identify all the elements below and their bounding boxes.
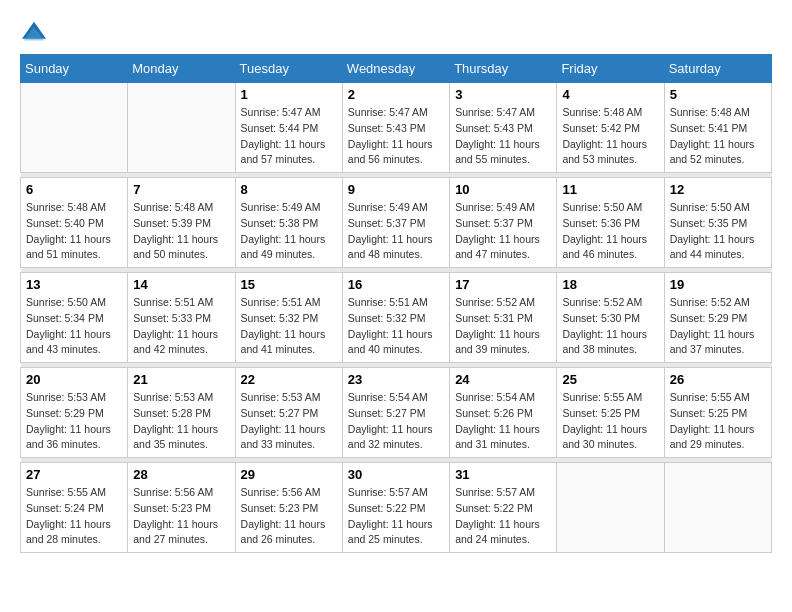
calendar-cell: 25Sunrise: 5:55 AMSunset: 5:25 PMDayligh… bbox=[557, 368, 664, 458]
day-info: Sunrise: 5:52 AMSunset: 5:31 PMDaylight:… bbox=[455, 295, 551, 358]
calendar-cell: 6Sunrise: 5:48 AMSunset: 5:40 PMDaylight… bbox=[21, 178, 128, 268]
calendar-cell: 23Sunrise: 5:54 AMSunset: 5:27 PMDayligh… bbox=[342, 368, 449, 458]
day-info: Sunrise: 5:47 AMSunset: 5:44 PMDaylight:… bbox=[241, 105, 337, 168]
calendar-cell: 28Sunrise: 5:56 AMSunset: 5:23 PMDayligh… bbox=[128, 463, 235, 553]
day-info: Sunrise: 5:57 AMSunset: 5:22 PMDaylight:… bbox=[455, 485, 551, 548]
calendar-cell: 26Sunrise: 5:55 AMSunset: 5:25 PMDayligh… bbox=[664, 368, 771, 458]
day-info: Sunrise: 5:47 AMSunset: 5:43 PMDaylight:… bbox=[348, 105, 444, 168]
day-number: 2 bbox=[348, 87, 444, 102]
calendar-week-row: 6Sunrise: 5:48 AMSunset: 5:40 PMDaylight… bbox=[21, 178, 772, 268]
day-number: 8 bbox=[241, 182, 337, 197]
calendar-cell: 17Sunrise: 5:52 AMSunset: 5:31 PMDayligh… bbox=[450, 273, 557, 363]
day-info: Sunrise: 5:48 AMSunset: 5:39 PMDaylight:… bbox=[133, 200, 229, 263]
day-info: Sunrise: 5:48 AMSunset: 5:41 PMDaylight:… bbox=[670, 105, 766, 168]
day-info: Sunrise: 5:50 AMSunset: 5:36 PMDaylight:… bbox=[562, 200, 658, 263]
calendar-cell: 2Sunrise: 5:47 AMSunset: 5:43 PMDaylight… bbox=[342, 83, 449, 173]
day-number: 17 bbox=[455, 277, 551, 292]
day-number: 30 bbox=[348, 467, 444, 482]
day-number: 5 bbox=[670, 87, 766, 102]
calendar-cell: 11Sunrise: 5:50 AMSunset: 5:36 PMDayligh… bbox=[557, 178, 664, 268]
day-info: Sunrise: 5:54 AMSunset: 5:26 PMDaylight:… bbox=[455, 390, 551, 453]
logo-icon bbox=[20, 20, 48, 44]
day-number: 24 bbox=[455, 372, 551, 387]
weekday-header-friday: Friday bbox=[557, 55, 664, 83]
day-info: Sunrise: 5:53 AMSunset: 5:29 PMDaylight:… bbox=[26, 390, 122, 453]
day-info: Sunrise: 5:53 AMSunset: 5:28 PMDaylight:… bbox=[133, 390, 229, 453]
day-number: 6 bbox=[26, 182, 122, 197]
day-info: Sunrise: 5:48 AMSunset: 5:40 PMDaylight:… bbox=[26, 200, 122, 263]
day-number: 13 bbox=[26, 277, 122, 292]
day-info: Sunrise: 5:51 AMSunset: 5:32 PMDaylight:… bbox=[241, 295, 337, 358]
day-number: 23 bbox=[348, 372, 444, 387]
day-info: Sunrise: 5:52 AMSunset: 5:29 PMDaylight:… bbox=[670, 295, 766, 358]
day-number: 12 bbox=[670, 182, 766, 197]
day-number: 22 bbox=[241, 372, 337, 387]
day-number: 9 bbox=[348, 182, 444, 197]
calendar-cell: 29Sunrise: 5:56 AMSunset: 5:23 PMDayligh… bbox=[235, 463, 342, 553]
weekday-header-sunday: Sunday bbox=[21, 55, 128, 83]
calendar-week-row: 13Sunrise: 5:50 AMSunset: 5:34 PMDayligh… bbox=[21, 273, 772, 363]
calendar-cell bbox=[664, 463, 771, 553]
day-info: Sunrise: 5:48 AMSunset: 5:42 PMDaylight:… bbox=[562, 105, 658, 168]
day-info: Sunrise: 5:57 AMSunset: 5:22 PMDaylight:… bbox=[348, 485, 444, 548]
day-info: Sunrise: 5:56 AMSunset: 5:23 PMDaylight:… bbox=[133, 485, 229, 548]
calendar-cell: 4Sunrise: 5:48 AMSunset: 5:42 PMDaylight… bbox=[557, 83, 664, 173]
calendar-table: SundayMondayTuesdayWednesdayThursdayFrid… bbox=[20, 54, 772, 553]
day-info: Sunrise: 5:49 AMSunset: 5:37 PMDaylight:… bbox=[348, 200, 444, 263]
day-info: Sunrise: 5:53 AMSunset: 5:27 PMDaylight:… bbox=[241, 390, 337, 453]
calendar-cell: 12Sunrise: 5:50 AMSunset: 5:35 PMDayligh… bbox=[664, 178, 771, 268]
weekday-header-tuesday: Tuesday bbox=[235, 55, 342, 83]
day-number: 11 bbox=[562, 182, 658, 197]
day-info: Sunrise: 5:51 AMSunset: 5:32 PMDaylight:… bbox=[348, 295, 444, 358]
calendar-week-row: 27Sunrise: 5:55 AMSunset: 5:24 PMDayligh… bbox=[21, 463, 772, 553]
day-number: 31 bbox=[455, 467, 551, 482]
calendar-cell: 8Sunrise: 5:49 AMSunset: 5:38 PMDaylight… bbox=[235, 178, 342, 268]
calendar-header-row: SundayMondayTuesdayWednesdayThursdayFrid… bbox=[21, 55, 772, 83]
calendar-cell: 7Sunrise: 5:48 AMSunset: 5:39 PMDaylight… bbox=[128, 178, 235, 268]
calendar-cell: 31Sunrise: 5:57 AMSunset: 5:22 PMDayligh… bbox=[450, 463, 557, 553]
calendar-cell: 27Sunrise: 5:55 AMSunset: 5:24 PMDayligh… bbox=[21, 463, 128, 553]
day-info: Sunrise: 5:55 AMSunset: 5:25 PMDaylight:… bbox=[670, 390, 766, 453]
calendar-week-row: 1Sunrise: 5:47 AMSunset: 5:44 PMDaylight… bbox=[21, 83, 772, 173]
calendar-cell: 24Sunrise: 5:54 AMSunset: 5:26 PMDayligh… bbox=[450, 368, 557, 458]
calendar-cell: 1Sunrise: 5:47 AMSunset: 5:44 PMDaylight… bbox=[235, 83, 342, 173]
calendar-cell: 10Sunrise: 5:49 AMSunset: 5:37 PMDayligh… bbox=[450, 178, 557, 268]
calendar-cell: 20Sunrise: 5:53 AMSunset: 5:29 PMDayligh… bbox=[21, 368, 128, 458]
day-number: 3 bbox=[455, 87, 551, 102]
day-info: Sunrise: 5:47 AMSunset: 5:43 PMDaylight:… bbox=[455, 105, 551, 168]
day-number: 7 bbox=[133, 182, 229, 197]
day-number: 1 bbox=[241, 87, 337, 102]
calendar-cell: 19Sunrise: 5:52 AMSunset: 5:29 PMDayligh… bbox=[664, 273, 771, 363]
calendar-cell: 9Sunrise: 5:49 AMSunset: 5:37 PMDaylight… bbox=[342, 178, 449, 268]
calendar-cell: 18Sunrise: 5:52 AMSunset: 5:30 PMDayligh… bbox=[557, 273, 664, 363]
weekday-header-wednesday: Wednesday bbox=[342, 55, 449, 83]
calendar-week-row: 20Sunrise: 5:53 AMSunset: 5:29 PMDayligh… bbox=[21, 368, 772, 458]
calendar-cell: 3Sunrise: 5:47 AMSunset: 5:43 PMDaylight… bbox=[450, 83, 557, 173]
calendar-cell: 14Sunrise: 5:51 AMSunset: 5:33 PMDayligh… bbox=[128, 273, 235, 363]
day-number: 15 bbox=[241, 277, 337, 292]
day-number: 21 bbox=[133, 372, 229, 387]
weekday-header-monday: Monday bbox=[128, 55, 235, 83]
calendar-cell: 30Sunrise: 5:57 AMSunset: 5:22 PMDayligh… bbox=[342, 463, 449, 553]
day-info: Sunrise: 5:51 AMSunset: 5:33 PMDaylight:… bbox=[133, 295, 229, 358]
page-header bbox=[20, 20, 772, 44]
day-info: Sunrise: 5:49 AMSunset: 5:38 PMDaylight:… bbox=[241, 200, 337, 263]
day-info: Sunrise: 5:54 AMSunset: 5:27 PMDaylight:… bbox=[348, 390, 444, 453]
logo bbox=[20, 20, 52, 44]
day-number: 28 bbox=[133, 467, 229, 482]
day-number: 18 bbox=[562, 277, 658, 292]
day-info: Sunrise: 5:56 AMSunset: 5:23 PMDaylight:… bbox=[241, 485, 337, 548]
day-info: Sunrise: 5:50 AMSunset: 5:35 PMDaylight:… bbox=[670, 200, 766, 263]
day-number: 16 bbox=[348, 277, 444, 292]
day-number: 14 bbox=[133, 277, 229, 292]
day-number: 19 bbox=[670, 277, 766, 292]
day-number: 10 bbox=[455, 182, 551, 197]
weekday-header-saturday: Saturday bbox=[664, 55, 771, 83]
calendar-cell bbox=[557, 463, 664, 553]
calendar-cell: 5Sunrise: 5:48 AMSunset: 5:41 PMDaylight… bbox=[664, 83, 771, 173]
day-number: 29 bbox=[241, 467, 337, 482]
day-info: Sunrise: 5:52 AMSunset: 5:30 PMDaylight:… bbox=[562, 295, 658, 358]
day-info: Sunrise: 5:55 AMSunset: 5:25 PMDaylight:… bbox=[562, 390, 658, 453]
day-info: Sunrise: 5:50 AMSunset: 5:34 PMDaylight:… bbox=[26, 295, 122, 358]
day-info: Sunrise: 5:55 AMSunset: 5:24 PMDaylight:… bbox=[26, 485, 122, 548]
